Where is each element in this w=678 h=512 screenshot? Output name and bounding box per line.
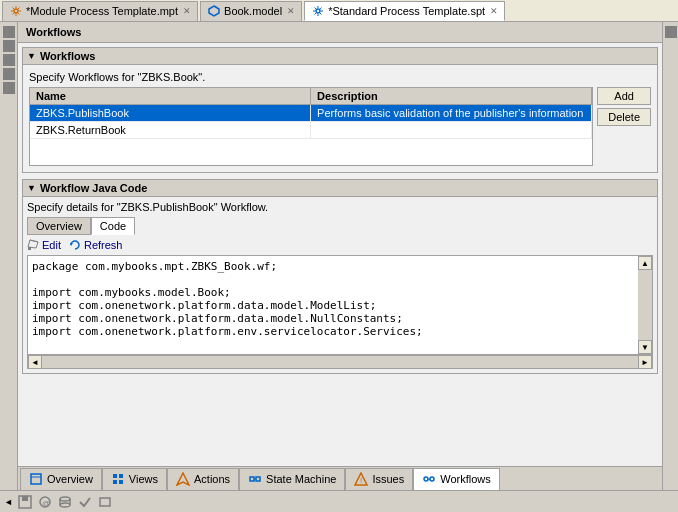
bottom-tab-actions-label: Actions xyxy=(194,473,230,485)
bottom-tab-overview-label: Overview xyxy=(47,473,93,485)
edit-label: Edit xyxy=(42,239,61,251)
tab-module-label: *Module Process Template.mpt xyxy=(26,5,178,17)
svg-marker-1 xyxy=(209,6,219,16)
bottom-tab-state-label: State Machine xyxy=(266,473,336,485)
workflows-section: ▼ Workflows Specify Workflows for "ZBKS.… xyxy=(22,47,658,173)
tab-book-label: Book.model xyxy=(224,5,282,17)
refresh-button[interactable]: Refresh xyxy=(69,239,123,251)
right-sidebar-icon[interactable] xyxy=(665,26,677,38)
sidebar-icon-2[interactable] xyxy=(3,40,15,52)
tab-code[interactable]: Code xyxy=(91,217,135,235)
bottom-tab-views-label: Views xyxy=(129,473,158,485)
collapse-arrow-workflows: ▼ xyxy=(27,51,36,61)
status-bar: ◄ @ xyxy=(0,490,678,512)
bottom-tab-workflows[interactable]: Workflows xyxy=(413,468,500,490)
add-button[interactable]: Add xyxy=(597,87,651,105)
scroll-left-button[interactable]: ◄ xyxy=(28,355,42,369)
row1-desc: Performs basic validation of the publish… xyxy=(311,105,592,121)
status-icon-rect[interactable] xyxy=(97,494,113,510)
row1-name: ZBKS.PublishBook xyxy=(30,105,311,121)
bottom-tab-workflows-label: Workflows xyxy=(440,473,491,485)
workflows-section-title: Workflows xyxy=(40,50,95,62)
svg-point-20 xyxy=(430,477,434,481)
tab-module-close[interactable]: ✕ xyxy=(183,6,191,16)
vertical-scrollbar[interactable]: ▲ ▼ xyxy=(638,256,652,354)
tab-standard-process[interactable]: *Standard Process Template.spt ✕ xyxy=(304,1,505,21)
table-body: ZBKS.PublishBook Performs basic validati… xyxy=(30,105,592,165)
status-arrow: ◄ xyxy=(4,497,13,507)
svg-rect-10 xyxy=(119,474,123,478)
bottom-tab-issues-label: Issues xyxy=(372,473,404,485)
tab-book-close[interactable]: ✕ xyxy=(287,6,295,16)
svg-rect-12 xyxy=(119,480,123,484)
tab-standard-close[interactable]: ✕ xyxy=(490,6,498,16)
status-icon-at[interactable]: @ xyxy=(37,494,53,510)
scroll-down-button[interactable]: ▼ xyxy=(638,340,652,354)
scroll-content: ▼ Workflows Specify Workflows for "ZBKS.… xyxy=(18,43,662,466)
table-row[interactable]: ZBKS.ReturnBook xyxy=(30,122,592,139)
workflows-icon xyxy=(422,472,436,486)
java-subtitle: Specify details for "ZBKS.PublishBook" W… xyxy=(27,201,653,213)
overview-icon xyxy=(29,472,43,486)
issues-icon: ! xyxy=(354,472,368,486)
tab-spt-icon xyxy=(311,4,325,18)
code-content: package com.mybooks.mpt.ZBKS_Book.wf; im… xyxy=(32,260,618,338)
tab-cube-icon xyxy=(207,4,221,18)
horizontal-scrollbar[interactable]: ◄ ► xyxy=(27,355,653,369)
sidebar-icon-3[interactable] xyxy=(3,54,15,66)
status-icon-check[interactable] xyxy=(77,494,93,510)
actions-icon xyxy=(176,472,190,486)
svg-point-29 xyxy=(60,503,70,507)
table-row[interactable]: ZBKS.PublishBook Performs basic validati… xyxy=(30,105,592,122)
top-tab-bar: *Module Process Template.mpt ✕ Book.mode… xyxy=(0,0,678,22)
bottom-tab-actions[interactable]: Actions xyxy=(167,468,239,490)
refresh-label: Refresh xyxy=(84,239,123,251)
java-section-title: Workflow Java Code xyxy=(40,182,147,194)
tab-book-model[interactable]: Book.model ✕ xyxy=(200,1,302,21)
sidebar-icon-5[interactable] xyxy=(3,82,15,94)
views-icon xyxy=(111,472,125,486)
svg-point-2 xyxy=(316,9,320,13)
table-header: Name Description xyxy=(30,88,592,105)
delete-button[interactable]: Delete xyxy=(597,108,651,126)
svg-rect-14 xyxy=(250,477,254,481)
right-sidebar xyxy=(662,22,678,490)
col-name: Name xyxy=(30,88,311,104)
col-description: Description xyxy=(311,88,592,104)
edit-button[interactable]: Edit xyxy=(27,239,61,251)
tab-overview[interactable]: Overview xyxy=(27,217,91,235)
svg-point-19 xyxy=(424,477,428,481)
pencil-icon xyxy=(27,239,39,251)
workflow-table: Name Description ZBKS.PublishBook Perfor… xyxy=(29,87,593,166)
left-sidebar xyxy=(0,22,18,490)
scroll-right-button[interactable]: ► xyxy=(638,355,652,369)
java-section-header[interactable]: ▼ Workflow Java Code xyxy=(22,179,658,197)
bottom-tab-state-machine[interactable]: State Machine xyxy=(239,468,345,490)
table-buttons: Add Delete xyxy=(597,87,651,166)
sidebar-icon-1[interactable] xyxy=(3,26,15,38)
content-area: Workflows ▼ Workflows Specify Workflows … xyxy=(18,22,662,490)
svg-point-26 xyxy=(60,497,70,501)
code-editor[interactable]: package com.mybooks.mpt.ZBKS_Book.wf; im… xyxy=(27,255,653,355)
sidebar-icon-4[interactable] xyxy=(3,68,15,80)
code-toolbar: Edit Refresh xyxy=(27,239,653,251)
code-tabs: Overview Code xyxy=(27,217,653,235)
workflows-section-header[interactable]: ▼ Workflows xyxy=(22,47,658,65)
main-container: Workflows ▼ Workflows Specify Workflows … xyxy=(0,22,678,490)
svg-rect-9 xyxy=(113,474,117,478)
svg-rect-15 xyxy=(256,477,260,481)
svg-text:@: @ xyxy=(42,499,50,508)
scrollbar-track xyxy=(638,270,652,340)
state-machine-icon xyxy=(248,472,262,486)
bottom-tab-bar: Overview Views Actions xyxy=(18,466,662,490)
bottom-tab-issues[interactable]: ! Issues xyxy=(345,468,413,490)
status-icon-database[interactable] xyxy=(57,494,73,510)
bottom-tab-overview[interactable]: Overview xyxy=(20,468,102,490)
svg-text:!: ! xyxy=(360,476,362,485)
scroll-up-button[interactable]: ▲ xyxy=(638,256,652,270)
workflows-section-body: Specify Workflows for "ZBKS.Book". Name … xyxy=(22,65,658,173)
status-icon-save[interactable] xyxy=(17,494,33,510)
tab-module-process[interactable]: *Module Process Template.mpt ✕ xyxy=(2,1,198,21)
bottom-tab-views[interactable]: Views xyxy=(102,468,167,490)
tab-standard-label: *Standard Process Template.spt xyxy=(328,5,485,17)
